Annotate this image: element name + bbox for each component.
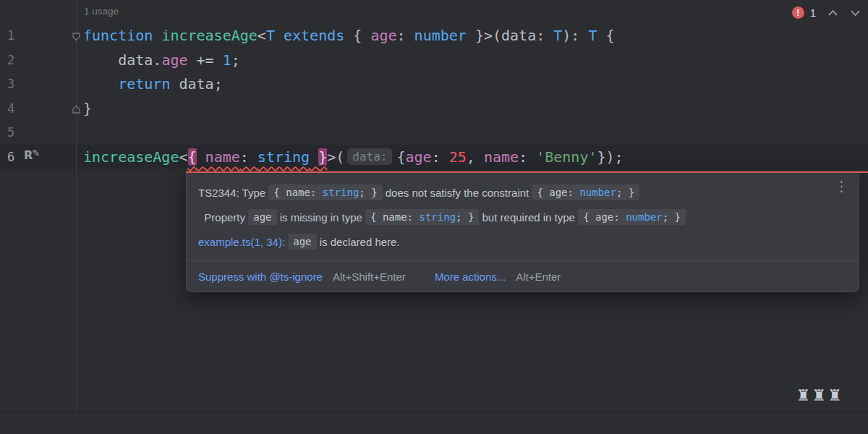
- code-token: extends: [284, 27, 344, 44]
- code-token: { age:: [537, 187, 579, 198]
- more-actions-shortcut: Alt+Enter: [516, 271, 561, 283]
- line-number[interactable]: 5: [7, 120, 36, 145]
- code-token: string: [419, 211, 456, 223]
- code-token: {: [396, 148, 405, 166]
- matched-brace-highlight: }: [318, 148, 327, 166]
- status-bar: [0, 412, 868, 434]
- code-token: {: [344, 27, 370, 44]
- code-token: {: [597, 27, 615, 44]
- code-token: age: [370, 27, 396, 44]
- chevron-up-icon[interactable]: [827, 9, 838, 17]
- code-token: :: [432, 148, 449, 166]
- inline-code-chip: age: [248, 209, 276, 225]
- tooltip-message: TS2344: Type { name: string; } does not …: [187, 172, 859, 260]
- tooltip-row: TS2344: Type { name: string; } does not …: [198, 181, 847, 205]
- more-actions-link[interactable]: More actions...: [435, 271, 506, 283]
- fold-marker-icon[interactable]: [72, 31, 81, 41]
- code-line[interactable]: data.age += 1;: [83, 48, 240, 72]
- tower-icon: ♜: [796, 386, 812, 404]
- code-token: string: [258, 148, 310, 166]
- code-token: }>(data:: [467, 27, 553, 44]
- tower-icon: ♜: [812, 386, 828, 404]
- error-tooltip: ⋮ TS2344: Type { name: string; } does no…: [186, 172, 859, 292]
- line-number[interactable]: 4: [7, 96, 36, 121]
- inspections-widget[interactable]: ! 1: [792, 7, 861, 19]
- fold-marker-icon[interactable]: [72, 104, 81, 114]
- refactoring-gutter-icon[interactable]: R✎: [24, 148, 41, 166]
- inline-code-chip: { name: string; }: [365, 209, 479, 225]
- line-number[interactable]: 2: [7, 48, 36, 72]
- code-token: data;: [170, 75, 222, 93]
- code-token: });: [597, 148, 623, 166]
- parameter-name-inlay-hint: data:: [347, 148, 392, 165]
- error-count: 1: [810, 7, 816, 19]
- code-token: T: [266, 27, 275, 44]
- code-token: T: [553, 27, 562, 44]
- code-token: age: [406, 148, 432, 166]
- code-token: 25: [449, 148, 467, 166]
- code-token: :: [397, 27, 414, 44]
- code-token: [197, 148, 205, 166]
- code-token: number: [579, 187, 616, 198]
- gutter-separator: [76, 0, 77, 412]
- code-token: :: [240, 148, 258, 166]
- tooltip-text: Property: [198, 211, 248, 224]
- code-token: { age:: [583, 211, 626, 223]
- code-token: T: [588, 27, 597, 44]
- code-token: data.: [83, 51, 161, 69]
- code-token: increaseAge: [83, 148, 179, 166]
- code-token: ; }: [359, 187, 377, 198]
- code-token: <: [179, 148, 187, 166]
- code-token: [310, 148, 318, 166]
- code-token: [275, 27, 284, 44]
- tooltip-text: is declared here.: [317, 236, 400, 248]
- tower-marker-icons[interactable]: ♜♜♜: [796, 386, 843, 404]
- kebab-menu-icon[interactable]: ⋮: [835, 179, 848, 192]
- code-token: name: [205, 148, 240, 166]
- code-line[interactable]: }: [83, 96, 92, 121]
- code-token: [153, 27, 161, 44]
- code-line[interactable]: return data;: [83, 72, 223, 96]
- inline-code-chip: age: [288, 234, 316, 250]
- code-token: number: [626, 211, 663, 223]
- code-token: age: [293, 236, 311, 247]
- inline-code-chip: { age: number; }: [532, 184, 639, 200]
- code-token: ; }: [663, 211, 681, 223]
- tooltip-text: does not satisfy the constraint: [383, 187, 532, 199]
- suppress-link[interactable]: Suppress with @ts-ignore: [198, 271, 323, 283]
- code-token: return: [118, 75, 170, 93]
- usages-hint[interactable]: 1 usage: [84, 6, 119, 17]
- error-underline-stripe: [186, 171, 868, 173]
- chevron-down-icon[interactable]: [850, 9, 861, 17]
- tooltip-row: Property age is missing in type { name: …: [198, 205, 847, 230]
- code-token: { name:: [273, 187, 322, 198]
- code-token: 1: [223, 51, 231, 69]
- code-line[interactable]: increaseAge<{ name: string }>(data:{age:…: [83, 145, 624, 169]
- error-squiggle: { name: string }: [188, 148, 328, 166]
- code-token: 'Benny': [536, 148, 597, 166]
- code-token: number: [414, 27, 467, 44]
- tower-icon: ♜: [827, 386, 843, 404]
- tooltip-text: TS2344: Type: [198, 187, 268, 199]
- inline-code-chip: { age: number; }: [578, 209, 686, 225]
- ide-editor: 1 usage ! 1 123456 function increaseAge<…: [0, 0, 868, 434]
- line-number[interactable]: 3: [7, 72, 36, 96]
- file-location-link[interactable]: example.ts(1, 34):: [198, 236, 285, 248]
- code-line[interactable]: function increaseAge<T extends { age: nu…: [83, 23, 615, 48]
- code-token: ; }: [456, 211, 474, 223]
- code-token: +=: [188, 51, 223, 69]
- code-token: ):: [562, 27, 588, 44]
- code-token: [83, 75, 118, 93]
- suppress-shortcut: Alt+Shift+Enter: [333, 271, 406, 283]
- line-number[interactable]: 1: [7, 23, 36, 48]
- code-token: age: [253, 211, 271, 223]
- code-token: age: [161, 51, 187, 69]
- code-token: { name:: [370, 211, 419, 223]
- code-token: >(: [327, 148, 344, 166]
- tooltip-text: is missing in type: [277, 211, 366, 224]
- code-token: :: [519, 148, 536, 166]
- pencil-icon: ✎: [32, 148, 40, 158]
- tooltip-text: but required in type: [479, 211, 578, 224]
- matched-brace-highlight: {: [188, 148, 197, 166]
- tooltip-row: example.ts(1, 34): age is declared here.: [198, 230, 847, 255]
